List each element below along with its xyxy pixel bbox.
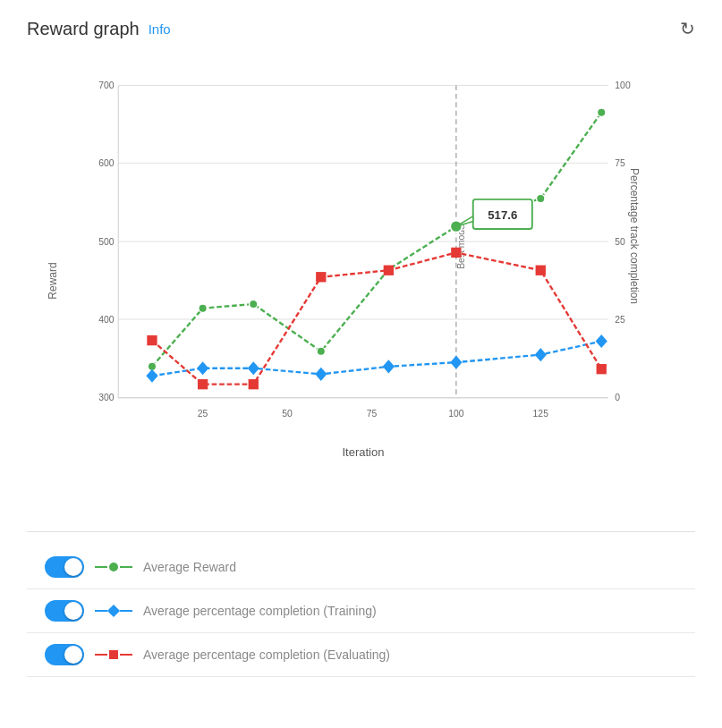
legend-dot-reward — [109, 563, 118, 571]
svg-text:0: 0 — [615, 393, 620, 402]
toggle-reward[interactable] — [45, 556, 84, 578]
svg-rect-41 — [147, 335, 157, 345]
svg-rect-43 — [249, 379, 259, 389]
legend-item-training: Average percentage completion (Training) — [27, 589, 695, 633]
svg-marker-33 — [146, 369, 157, 383]
legend-label-training: Average percentage completion (Training) — [143, 604, 377, 618]
legend-line-reward — [95, 563, 132, 571]
legend-item-reward: Average Reward — [27, 546, 695, 589]
legend-dash-right-training — [120, 610, 132, 612]
svg-point-26 — [199, 304, 207, 312]
svg-rect-42 — [198, 379, 208, 389]
legend-item-evaluating: Average percentage completion (Evaluatin… — [27, 633, 695, 677]
svg-text:75: 75 — [615, 158, 625, 168]
svg-text:500: 500 — [98, 237, 115, 247]
svg-point-31 — [537, 194, 545, 202]
svg-marker-36 — [315, 368, 327, 381]
svg-text:300: 300 — [98, 393, 115, 402]
svg-rect-46 — [451, 248, 461, 258]
legend-line-evaluating — [95, 650, 132, 659]
svg-text:517.6: 517.6 — [488, 208, 517, 222]
legend-dot-training — [107, 605, 120, 617]
svg-point-27 — [250, 300, 258, 308]
svg-point-28 — [317, 347, 325, 355]
svg-rect-48 — [597, 364, 607, 374]
legend-dot-evaluating — [109, 650, 118, 659]
toggle-evaluating[interactable] — [45, 644, 84, 665]
svg-marker-37 — [383, 360, 395, 373]
chart-svg: 300 400 500 600 700 0 25 50 75 100 25 50… — [76, 66, 650, 451]
svg-text:100: 100 — [615, 80, 631, 90]
legend-dash-right-reward — [120, 566, 132, 568]
refresh-button[interactable]: ↻ — [680, 18, 695, 39]
chart-svg-area: 300 400 500 600 700 0 25 50 75 100 25 50… — [76, 66, 650, 451]
info-link[interactable]: Info — [149, 21, 171, 37]
svg-rect-47 — [536, 266, 546, 275]
page-header: Reward graph Info ↻ — [27, 18, 695, 39]
svg-text:125: 125 — [533, 409, 549, 419]
page-title: Reward graph — [27, 19, 140, 39]
legend-line-training — [95, 606, 132, 615]
svg-text:25: 25 — [615, 315, 625, 325]
svg-point-32 — [598, 108, 606, 116]
legend-dash-right-evaluating — [120, 654, 132, 656]
chart-container: Reward Percentage track completion 300 4… — [27, 57, 695, 504]
svg-marker-40 — [596, 334, 607, 348]
header-left: Reward graph Info — [27, 19, 171, 39]
svg-text:600: 600 — [98, 158, 115, 168]
y-axis-label: Reward — [47, 262, 59, 299]
toggle-training[interactable] — [45, 600, 84, 622]
svg-text:75: 75 — [367, 409, 378, 419]
legend-label-evaluating: Average percentage completion (Evaluatin… — [143, 648, 390, 662]
svg-rect-45 — [384, 266, 394, 275]
svg-marker-34 — [197, 361, 208, 375]
svg-marker-38 — [450, 356, 462, 369]
svg-text:25: 25 — [198, 409, 208, 419]
legend-label-reward: Average Reward — [143, 560, 236, 574]
svg-text:50: 50 — [282, 409, 293, 419]
svg-text:100: 100 — [448, 409, 464, 419]
svg-text:400: 400 — [98, 315, 115, 325]
svg-rect-44 — [316, 272, 326, 282]
legend-dash-left-evaluating — [95, 654, 107, 656]
legend-dash-left-training — [95, 610, 107, 612]
svg-marker-35 — [248, 361, 259, 375]
svg-marker-39 — [535, 348, 547, 361]
legend: Average Reward Average percentage comple… — [27, 531, 695, 677]
svg-text:700: 700 — [98, 80, 115, 90]
legend-dash-left-reward — [95, 566, 107, 568]
svg-text:50: 50 — [615, 237, 625, 247]
